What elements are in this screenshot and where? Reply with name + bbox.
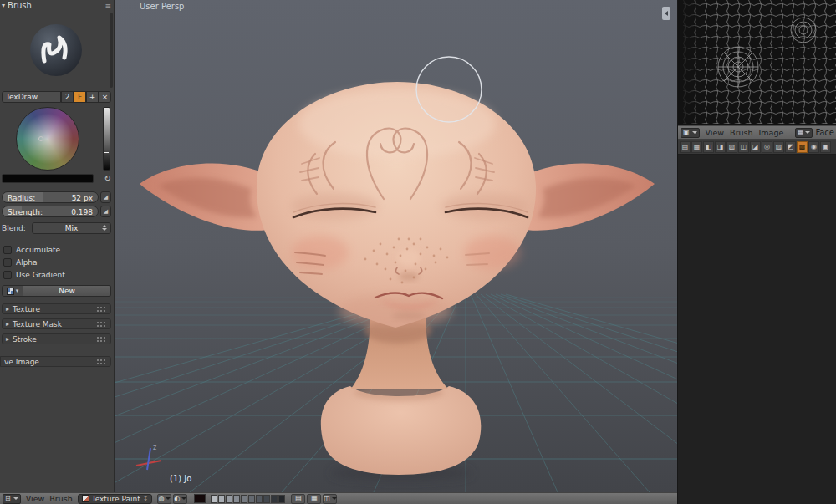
use-gradient-checkbox[interactable] — [3, 271, 12, 279]
value-slider-handle[interactable] — [104, 151, 110, 154]
drag-grip-icon[interactable] — [96, 359, 107, 365]
use-gradient-label: Use Gradient — [16, 271, 65, 279]
palette-swatch[interactable] — [263, 495, 270, 503]
brush-preview-icon[interactable]: ◍ — [157, 494, 171, 504]
image-editor-icon: ▣ — [683, 129, 690, 136]
image-editor-header: ▣ View Brush Image ▦ Face — [678, 125, 836, 140]
panel-menu-icon[interactable]: ≡ — [104, 2, 111, 10]
shade-icon[interactable]: ▧ — [726, 141, 737, 153]
palette-swatch[interactable] — [241, 495, 247, 503]
alpha-option[interactable]: Alpha — [3, 257, 111, 267]
ie-menu-image[interactable]: Image — [759, 128, 784, 137]
blend-value: Mix — [65, 224, 79, 232]
strength-slider[interactable]: Strength: 0.198 — [2, 206, 99, 217]
grid-icon[interactable]: ▦ — [307, 494, 321, 504]
brush-panel-header[interactable]: ▾ Brush ≡ — [2, 0, 111, 11]
symmetry-icon[interactable]: ▤ — [291, 494, 305, 504]
editor-type-button[interactable]: ⊞ — [3, 494, 21, 504]
accumulate-checkbox[interactable] — [3, 246, 12, 254]
paint-slot-icon[interactable]: ◧ — [703, 141, 714, 153]
face-mode-label[interactable]: Face — [815, 128, 834, 137]
texture-mask-section-header[interactable]: ▸ Texture Mask — [2, 318, 111, 329]
clone-icon[interactable]: ◪ — [750, 141, 761, 153]
display-mode-button[interactable]: ▦ — [795, 128, 813, 138]
soften-icon[interactable]: ◎ — [762, 141, 772, 153]
palette-swatch[interactable] — [256, 495, 263, 503]
fill-icon[interactable]: ▩ — [797, 141, 808, 153]
image-editor: ▣ View Brush Image ▦ Face ▤▦◧◨▧◫◪◎▨◩▩◉▣ — [677, 0, 836, 504]
view-name-label: User Persp — [140, 2, 184, 11]
palette-swatch[interactable] — [211, 495, 217, 503]
radius-slider[interactable]: Radius: 52 px — [2, 191, 99, 203]
texture-paint-icon — [82, 495, 89, 502]
save-image-section-header[interactable]: ve Image — [0, 356, 111, 367]
texture-browse-button[interactable]: ▾ — [2, 285, 23, 297]
blend-dropdown[interactable]: Mix — [32, 222, 111, 234]
palette-swatch[interactable] — [233, 495, 240, 503]
mode-dropdown[interactable]: Texture Paint ↕ — [78, 494, 153, 504]
paint-color-swatch[interactable] — [194, 494, 206, 503]
color-wheel[interactable] — [16, 107, 79, 171]
region-expand-handle[interactable] — [662, 7, 670, 20]
chevron-down-icon — [692, 131, 697, 134]
unlink-brush-button[interactable]: × — [99, 91, 111, 103]
3d-viewport[interactable]: z User Persp (1) Jo — [115, 0, 677, 492]
palette-swatch[interactable] — [271, 495, 278, 503]
paint-option-tools: ▤▦◫ — [291, 493, 339, 504]
value-slider[interactable] — [103, 107, 110, 171]
mirror-icon[interactable]: ◫ — [738, 141, 749, 153]
panel-scrollbar[interactable] — [110, 13, 113, 88]
strength-pressure-toggle[interactable]: ◢ — [100, 206, 111, 217]
menu-view[interactable]: View — [26, 494, 45, 503]
chevron-down-icon — [805, 131, 810, 134]
pin-icon[interactable]: ▣ — [820, 141, 831, 153]
character-model — [140, 82, 655, 481]
fake-user-button[interactable]: F — [74, 91, 86, 103]
mode-dropdown-label: Texture Paint — [92, 495, 140, 503]
palette-swatch[interactable] — [218, 495, 225, 503]
add-brush-button[interactable]: + — [86, 91, 99, 103]
mask-icon[interactable]: ◨ — [715, 141, 726, 153]
stroke-section-label: Stroke — [13, 335, 37, 344]
stroke-section-header[interactable]: ▸ Stroke — [2, 333, 111, 344]
use-gradient-option[interactable]: Use Gradient — [3, 269, 111, 280]
color-wheel-cursor[interactable] — [38, 136, 43, 141]
menu-brush[interactable]: Brush — [49, 494, 72, 503]
palette-swatch[interactable] — [278, 495, 285, 503]
editor-type-button[interactable]: ▣ — [681, 128, 700, 138]
drag-grip-icon[interactable] — [96, 336, 107, 343]
new-texture-button[interactable]: New — [23, 285, 111, 297]
smear-icon[interactable]: ▨ — [773, 141, 784, 153]
ie-menu-brush[interactable]: Brush — [730, 128, 752, 137]
accumulate-option[interactable]: Accumulate — [3, 244, 111, 255]
brush-preview[interactable] — [2, 11, 110, 89]
color-cycle-icon[interactable]: ↻ — [104, 174, 111, 183]
palette-swatch[interactable] — [226, 495, 232, 503]
brush-stroke-icon — [30, 24, 82, 76]
drag-grip-icon[interactable] — [96, 321, 107, 328]
brush-datablock: TexDraw 2 F + × — [2, 91, 111, 103]
dot-icon[interactable]: ◉ — [808, 141, 819, 153]
accumulate-label: Accumulate — [16, 246, 60, 254]
falloff-icon[interactable]: ◐ — [173, 494, 187, 504]
brush-name-field[interactable]: TexDraw — [2, 91, 61, 103]
uv-canvas[interactable] — [678, 0, 836, 125]
texture-thumbnail-icon — [7, 288, 14, 295]
alpha-checkbox[interactable] — [3, 258, 12, 267]
radius-pressure-toggle[interactable]: ◢ — [100, 191, 111, 203]
palette-swatch[interactable] — [248, 495, 255, 503]
brush-panel-title: Brush — [8, 1, 32, 10]
texture-section-header[interactable]: ▸ Texture — [2, 303, 111, 314]
image-icon[interactable]: ▤ — [680, 141, 691, 153]
active-color-swatch[interactable] — [2, 174, 94, 183]
strength-value: 0.198 — [71, 208, 93, 216]
uv-grid-icon[interactable]: ▦ — [691, 141, 702, 153]
save-image-section-label: ve Image — [4, 358, 39, 366]
updown-arrows-icon: ↕ — [143, 495, 149, 502]
ie-menu-view[interactable]: View — [706, 128, 725, 137]
options-icon[interactable]: ◫ — [323, 494, 337, 504]
brush-users-count[interactable]: 2 — [61, 91, 74, 103]
stencil-icon[interactable]: ◩ — [785, 141, 796, 153]
tool-shelf: ▾ Brush ≡ TexDraw 2 F + × ↻ — [0, 0, 115, 492]
drag-grip-icon[interactable] — [96, 306, 107, 313]
